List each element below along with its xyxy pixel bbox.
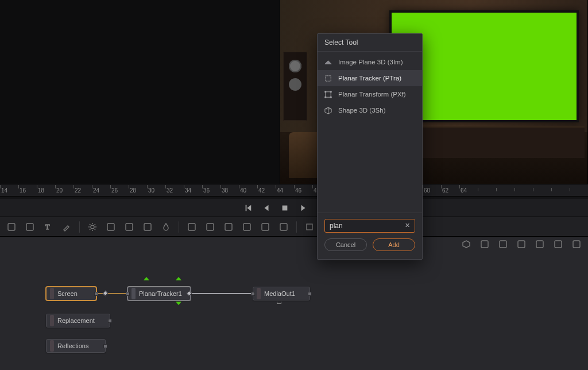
svg-rect-19 [518, 241, 525, 248]
mask-port-icon [277, 302, 281, 304]
ruler-tick[interactable]: 30 [147, 187, 165, 194]
tool-item[interactable]: Image Plane 3D (3Im) [318, 54, 422, 70]
play-button[interactable] [298, 203, 308, 213]
ruler-tick[interactable]: 42 [257, 187, 276, 194]
effects-icon[interactable] [22, 220, 38, 234]
svg-rect-9 [207, 223, 214, 230]
cube2-icon[interactable] [477, 237, 493, 251]
wand-icon[interactable] [103, 220, 119, 234]
ruler-tick[interactable]: 14 [0, 187, 18, 194]
node-media-out[interactable]: MediaOut1 [253, 287, 310, 300]
mask-bspline-icon[interactable] [276, 220, 292, 234]
cube3-icon[interactable] [532, 237, 548, 251]
node-replacement[interactable]: Replacement [46, 314, 110, 327]
ruler-tick[interactable]: 22 [74, 187, 92, 194]
ruler-tick[interactable]: 36 [202, 187, 220, 194]
svg-rect-7 [144, 223, 151, 230]
view-marker-icon [144, 277, 149, 280]
ruler-tick[interactable]: 34 [184, 187, 202, 194]
node-screen[interactable]: Screen [46, 287, 96, 300]
tool-item-label: Planar Transform (PXf) [338, 91, 406, 98]
brightness-icon[interactable] [84, 220, 100, 234]
ruler-tick[interactable]: 18 [37, 187, 55, 194]
clear-search-icon[interactable]: ✕ [403, 221, 412, 230]
ruler-tick[interactable]: 20 [55, 187, 74, 194]
node-label: Reflections [57, 342, 88, 349]
layers2-icon[interactable] [202, 220, 218, 234]
shade-icon[interactable] [550, 237, 566, 251]
text-icon[interactable]: T [40, 220, 56, 234]
ruler-tick[interactable]: 40 [239, 187, 257, 194]
search-input[interactable] [324, 219, 415, 233]
separator [79, 221, 80, 233]
viewer-left[interactable] [0, 0, 280, 184]
svg-rect-14 [307, 224, 312, 230]
svg-rect-23 [325, 75, 330, 80]
sphere-icon[interactable] [513, 237, 529, 251]
svg-rect-18 [500, 241, 506, 248]
tool-item[interactable]: Planar Tracker (PTra) [318, 70, 422, 86]
ruler-tick[interactable]: 28 [129, 187, 147, 194]
port-in[interactable] [126, 292, 130, 296]
port-in[interactable] [251, 292, 255, 296]
step-back-button[interactable] [261, 203, 272, 213]
wand2-icon[interactable] [121, 220, 137, 234]
ruler-tick[interactable]: 24 [92, 187, 110, 194]
cancel-button[interactable]: Cancel [324, 238, 367, 251]
tool-item-label: Image Plane 3D (3Im) [338, 59, 403, 65]
plane3d-icon [323, 57, 332, 67]
tool-item-label: Planar Tracker (PTra) [338, 75, 401, 82]
node-label: Screen [57, 290, 78, 297]
color-icon[interactable] [140, 220, 156, 234]
go-first-button[interactable] [243, 203, 253, 213]
shape3d-icon [323, 106, 332, 115]
cube-icon[interactable] [458, 237, 474, 251]
text3d-icon[interactable] [495, 237, 511, 251]
ruler-tick[interactable]: 32 [165, 187, 184, 194]
svg-rect-10 [225, 223, 232, 230]
node-planar-tracker[interactable]: PlanarTracker1 [127, 287, 191, 300]
add-button[interactable]: Add [373, 238, 415, 251]
stop-button[interactable] [280, 203, 290, 213]
svg-point-26 [330, 91, 331, 92]
port-out[interactable] [103, 344, 107, 348]
marquee-icon[interactable] [3, 220, 20, 234]
mask-poly-icon[interactable] [257, 220, 273, 234]
svg-rect-21 [555, 241, 562, 248]
svg-point-27 [324, 96, 326, 98]
planar-icon [323, 74, 332, 83]
ruler-tick[interactable]: 64 [459, 187, 478, 194]
crop-icon[interactable] [301, 220, 318, 234]
drop-icon[interactable] [158, 220, 174, 234]
port-out[interactable] [94, 292, 98, 296]
port-out[interactable] [108, 319, 112, 323]
tool-item[interactable]: Planar Transform (PXf) [318, 86, 422, 102]
ruler-tick[interactable]: 26 [110, 187, 129, 194]
svg-rect-11 [243, 223, 250, 230]
node-reflections[interactable]: Reflections [46, 339, 106, 353]
select-tool-dialog: Select Tool Image Plane 3D (3Im)Planar T… [317, 33, 423, 260]
ruler-tick[interactable]: 44 [276, 187, 294, 194]
svg-rect-17 [481, 241, 488, 248]
mask-ellipse-icon[interactable] [239, 220, 255, 234]
svg-rect-12 [262, 223, 269, 230]
cloud-icon[interactable] [568, 237, 585, 251]
svg-rect-6 [126, 223, 133, 230]
ruler-tick[interactable]: 38 [220, 187, 239, 194]
timeline-ruler[interactable]: 1416182022242628303234363840424446485052… [0, 184, 588, 196]
ruler-tick[interactable]: 16 [18, 187, 37, 194]
svg-rect-8 [188, 223, 195, 230]
connection-port[interactable] [103, 291, 109, 296]
tool-item[interactable]: Shape 3D (3Sh) [318, 102, 422, 118]
ruler-tick[interactable]: 46 [294, 187, 312, 194]
port-out[interactable] [308, 292, 312, 296]
mask-rect-icon[interactable] [220, 220, 237, 234]
brush-icon[interactable] [59, 220, 75, 234]
separator [296, 221, 297, 233]
node-flow[interactable]: Screen PlanarTracker1 MediaOut1 Replacem… [0, 237, 588, 370]
ruler-tick[interactable]: 60 [423, 187, 441, 194]
svg-rect-0 [283, 205, 288, 210]
tool-list: Image Plane 3D (3Im)Planar Tracker (PTra… [318, 52, 422, 121]
ruler-tick[interactable]: 62 [441, 187, 459, 194]
layers-icon[interactable] [184, 220, 200, 234]
